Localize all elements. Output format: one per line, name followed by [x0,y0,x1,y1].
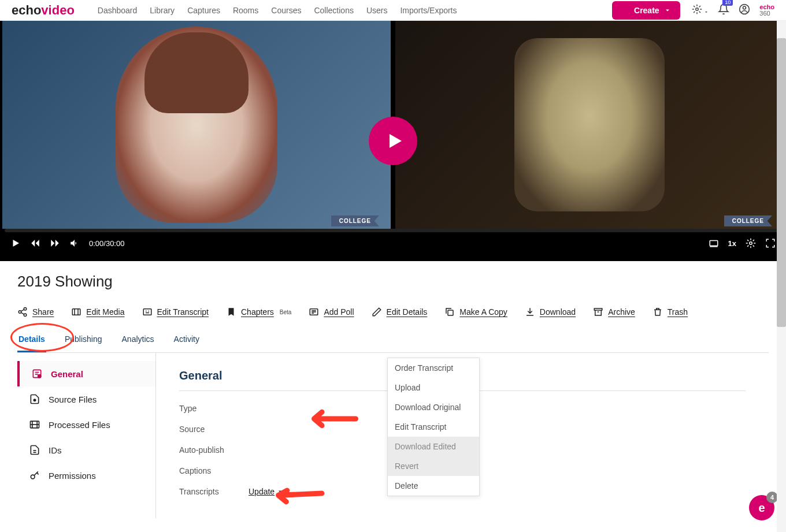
layout-icon[interactable] [709,238,719,248]
create-button[interactable]: Create [612,1,680,20]
logo-text-b: video [41,3,74,17]
fullscreen-icon[interactable] [765,238,776,248]
nav-users[interactable]: Users [366,6,388,15]
svg-point-2 [743,6,746,9]
field-captions-label: Captions [179,466,249,475]
download-label: Download [540,307,576,317]
svg-point-25 [34,399,35,401]
fab-letter: e [758,501,765,515]
dd-download-original[interactable]: Download Original [388,397,479,417]
user-icon [739,3,750,15]
create-label: Create [634,6,659,15]
share-action[interactable]: Share [17,307,54,317]
tab-publishing[interactable]: Publishing [64,329,103,352]
account-button[interactable] [739,3,750,17]
topnav-right: 10 echo 360 [692,3,774,17]
key-icon [29,470,40,481]
nav-imports-exports[interactable]: Imports/Exports [400,6,457,15]
brand-small: echo 360 [759,4,774,17]
svg-point-32 [31,475,35,479]
settings-button[interactable] [692,4,709,16]
pencil-icon [372,307,382,317]
field-auto-publish-label: Auto-publish [179,445,249,455]
rewind-icon[interactable] [30,238,40,248]
sidebar-item-ids[interactable]: IDs [17,437,155,463]
nav-dashboard[interactable]: Dashboard [98,6,138,15]
help-fab[interactable]: e 4 [749,495,774,518]
trash-label: Trash [668,307,688,317]
scroll-thumb[interactable] [777,38,786,327]
download-action[interactable]: Download [525,307,576,317]
notifications-button[interactable]: 10 [718,3,729,17]
time-display: 0:00/30:00 [89,239,124,248]
logo: echovideo [12,3,75,18]
tab-activity[interactable]: Activity [173,329,201,352]
edit-details-action[interactable]: Edit Details [372,307,428,317]
bookmark-icon [226,307,236,317]
caret-down-icon [704,10,709,14]
content-area: 2019 Showing Share Edit Media Edit Trans… [0,261,786,518]
play-overlay-button[interactable] [369,117,417,165]
dd-delete[interactable]: Delete [388,476,479,496]
beta-label: Beta [280,309,292,315]
archive-action[interactable]: Archive [593,307,635,317]
add-poll-label: Add Poll [324,307,354,317]
details-sidebar: General Source Files Processed Files IDs… [17,353,156,518]
details-layout: General Source Files Processed Files IDs… [17,353,769,518]
svg-point-6 [24,308,27,311]
edit-media-label: Edit Media [86,307,124,317]
field-type-label: Type [179,404,249,413]
tab-analytics[interactable]: Analytics [121,329,155,352]
transcripts-dropdown: Order Transcript Upload Download Origina… [387,358,480,496]
dd-upload[interactable]: Upload [388,378,479,397]
volume-icon[interactable] [69,238,80,248]
dd-order-transcript[interactable]: Order Transcript [388,358,479,378]
edit-media-action[interactable]: Edit Media [71,307,124,317]
play-icon [384,131,405,151]
forward-icon[interactable] [50,238,60,248]
trash-icon [652,307,663,317]
tab-details[interactable]: Details [17,329,46,352]
update-label: Update [249,487,275,496]
chapters-action[interactable]: ChaptersBeta [226,307,291,317]
trash-action[interactable]: Trash [652,307,688,317]
archive-label: Archive [608,307,635,317]
sidebar-item-permissions[interactable]: Permissions [17,463,155,488]
sidebar-general-label: General [51,369,83,379]
portrait-image-left [116,27,277,223]
svg-rect-3 [710,241,718,246]
svg-rect-14 [143,309,151,315]
share-icon [17,307,28,317]
svg-point-24 [38,375,41,378]
logo-text-a: echo [12,3,41,17]
svg-line-9 [21,310,24,311]
gear-icon [692,4,702,14]
nav-rooms[interactable]: Rooms [233,6,258,15]
dd-download-edited: Download Edited [388,437,479,456]
make-copy-action[interactable]: Make A Copy [444,307,507,317]
sidebar-permissions-label: Permissions [49,471,96,481]
dd-edit-transcript[interactable]: Edit Transcript [388,417,479,437]
svg-rect-11 [73,309,81,315]
nav-captures[interactable]: Captures [187,6,220,15]
settings-player-icon[interactable] [746,238,756,248]
tabs: Details Publishing Analytics Activity [17,329,769,353]
scrollbar[interactable] [777,21,786,518]
add-poll-action[interactable]: Add Poll [309,307,354,317]
edit-transcript-action[interactable]: Edit Transcript [142,307,209,317]
nav-library[interactable]: Library [150,6,175,15]
transcripts-update-link[interactable]: Update [249,487,284,496]
svg-line-10 [21,312,24,314]
video-panel-right: COLLEGE [395,21,784,229]
speed-control[interactable]: 1x [728,239,736,248]
nav-collections[interactable]: Collections [314,6,353,15]
sidebar-item-processed-files[interactable]: Processed Files [17,412,155,437]
edit-details-label: Edit Details [387,307,428,317]
download-icon [525,307,535,317]
nav-courses[interactable]: Courses [271,6,301,15]
play-control-icon[interactable] [10,238,21,248]
sidebar-item-general[interactable]: General [17,361,155,386]
sidebar-item-source-files[interactable]: Source Files [17,386,155,412]
source-file-icon [29,393,40,405]
share-label: Share [32,307,54,317]
